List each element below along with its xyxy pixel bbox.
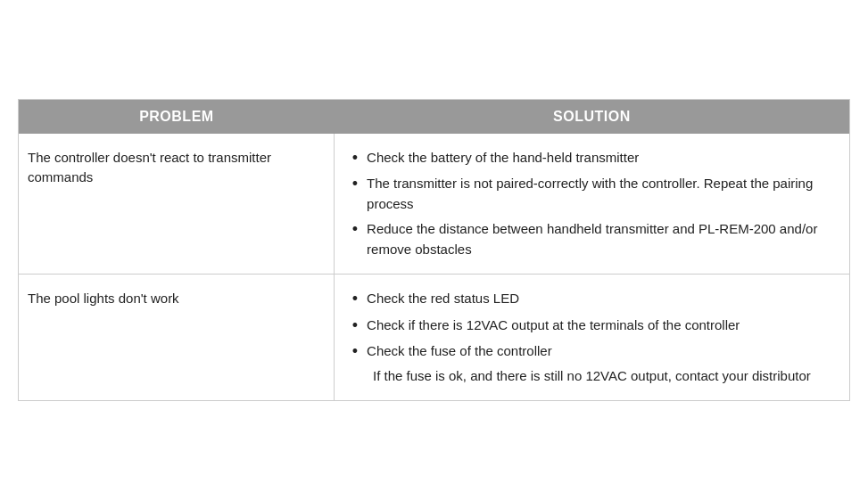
table-row: The pool lights don't work Check the red…: [19, 275, 849, 400]
solution-list-1: Check the battery of the hand-held trans…: [352, 148, 831, 259]
list-item: Reduce the distance between handheld tra…: [352, 219, 831, 259]
solution-note: If the fuse is ok, and there is still no…: [352, 366, 831, 387]
problem-cell-2: The pool lights don't work: [19, 275, 335, 400]
list-item: The transmitter is not paired-correctly …: [352, 174, 831, 214]
solution-cell-2: Check the red status LED Check if there …: [335, 275, 849, 400]
solution-cell-1: Check the battery of the hand-held trans…: [335, 134, 849, 274]
table-row: The controller doesn't react to transmit…: [19, 134, 849, 275]
solution-header: SOLUTION: [335, 100, 849, 134]
list-item: Check the fuse of the controller: [352, 341, 831, 362]
problem-cell-1: The controller doesn't react to transmit…: [19, 134, 335, 274]
solution-list-2: Check the red status LED Check if there …: [352, 289, 831, 362]
troubleshooting-table: PROBLEM SOLUTION The controller doesn't …: [18, 99, 850, 401]
list-item: Check the red status LED: [352, 289, 831, 309]
problem-header: PROBLEM: [19, 100, 335, 134]
table-header: PROBLEM SOLUTION: [19, 100, 849, 134]
list-item: Check the battery of the hand-held trans…: [352, 148, 831, 168]
list-item: Check if there is 12VAC output at the te…: [352, 316, 831, 336]
